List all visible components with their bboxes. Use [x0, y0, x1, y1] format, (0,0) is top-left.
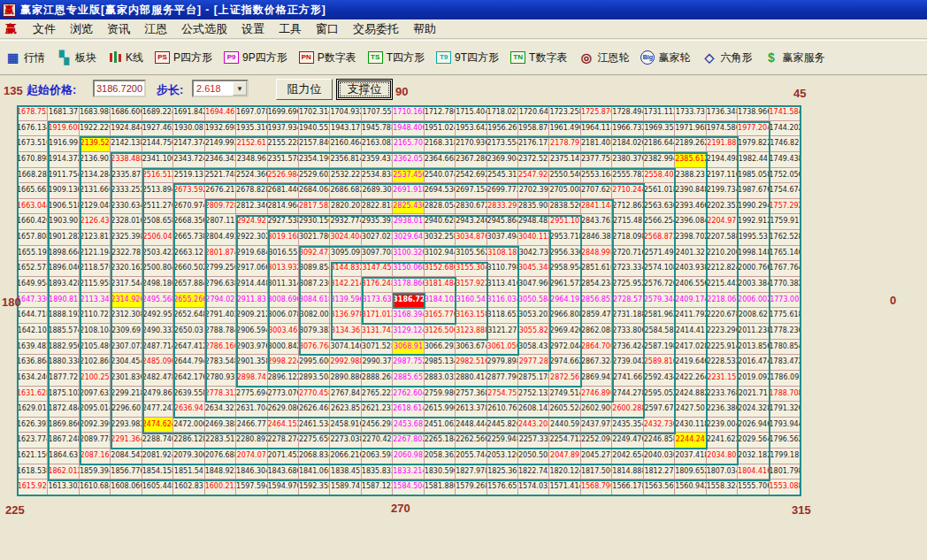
- grid-cell[interactable]: 2652.648: [173, 308, 204, 324]
- grid-cell[interactable]: 2513.894: [142, 183, 173, 199]
- grid-cell[interactable]: 2152.61: [236, 136, 267, 152]
- grid-cell[interactable]: 2521.748: [205, 168, 236, 184]
- grid-cell[interactable]: 2430.118: [675, 418, 706, 433]
- grid-cell[interactable]: 2956.336: [549, 246, 580, 262]
- menu-item-1[interactable]: 浏览: [63, 19, 100, 39]
- grid-cell[interactable]: 2906.594: [236, 324, 267, 340]
- grid-cell[interactable]: 1882.956: [48, 340, 79, 356]
- grid-cell[interactable]: 2453.68: [393, 418, 424, 433]
- grid-cell[interactable]: 1909.136: [48, 183, 79, 199]
- grid-cell[interactable]: 1961.496: [549, 121, 580, 137]
- grid-cell[interactable]: 1885.574: [48, 324, 79, 340]
- grid-cell[interactable]: 1691.842: [173, 105, 204, 121]
- grid-cell[interactable]: 2000.766: [738, 261, 769, 277]
- grid-cell[interactable]: 2087.16: [80, 449, 111, 464]
- grid-cell[interactable]: 1786.09: [770, 371, 801, 387]
- grid-cell[interactable]: 2589.816: [644, 355, 675, 371]
- grid-cell[interactable]: 2495.568: [142, 293, 173, 309]
- grid-cell[interactable]: 2464.152: [268, 418, 299, 433]
- grid-cell[interactable]: 2985.134: [425, 355, 456, 371]
- grid-cell[interactable]: 1799.18: [770, 449, 801, 464]
- grid-cell[interactable]: 2945.864: [487, 214, 518, 230]
- grid-cell[interactable]: 1791.326: [770, 402, 801, 418]
- grid-cell[interactable]: 2752.132: [518, 387, 549, 403]
- grid-cell[interactable]: 2699.772: [487, 183, 518, 199]
- grid-cell[interactable]: 3102.944: [425, 246, 456, 262]
- grid-cell[interactable]: 1765.146: [770, 246, 801, 262]
- grid-cell[interactable]: 1752.056: [770, 168, 801, 184]
- grid-cell[interactable]: 1741.584: [770, 105, 801, 121]
- grid-cell[interactable]: 3152.686: [425, 261, 456, 277]
- grid-cell[interactable]: 1911.754: [48, 168, 79, 184]
- grid-cell[interactable]: 2689.30: [362, 183, 393, 199]
- grid-cell[interactable]: 2422.264: [675, 371, 706, 387]
- grid-cell[interactable]: 2092.396: [80, 418, 111, 433]
- grid-cell[interactable]: 2273.038: [330, 433, 361, 449]
- grid-cell[interactable]: 3006.078: [268, 308, 299, 324]
- grid-cell[interactable]: 2809.728: [205, 199, 236, 215]
- grid-cell[interactable]: 1563.56: [644, 479, 675, 495]
- grid-cell[interactable]: 1951.024: [425, 121, 456, 137]
- grid-cell[interactable]: 1720.64: [518, 105, 549, 121]
- grid-cell[interactable]: 2786.166: [205, 340, 236, 356]
- grid-cell[interactable]: 1731.112: [644, 105, 675, 121]
- grid-cell[interactable]: 2396.084: [675, 214, 706, 230]
- grid-cell[interactable]: 1600.212: [205, 479, 236, 495]
- grid-cell[interactable]: 1767.764: [770, 261, 801, 277]
- grid-cell[interactable]: 2225.914: [707, 340, 738, 356]
- grid-cell[interactable]: 1746.82: [770, 136, 801, 152]
- grid-cell[interactable]: 1875.102: [48, 387, 79, 403]
- grid-cell[interactable]: 2621.232: [362, 402, 393, 418]
- grid-cell[interactable]: 2359.432: [362, 152, 393, 168]
- grid-cell[interactable]: 2673.592: [173, 183, 204, 199]
- grid-cell[interactable]: 3082.00: [299, 308, 330, 324]
- grid-cell[interactable]: 1888.192: [48, 308, 79, 324]
- grid-cell[interactable]: 1712.786: [425, 105, 456, 121]
- grid-cell[interactable]: 1906.518: [48, 199, 79, 215]
- grid-cell[interactable]: 2089.778: [80, 433, 111, 449]
- grid-cell[interactable]: 2262.566: [456, 433, 486, 449]
- grid-cell[interactable]: 1890.81: [48, 293, 79, 309]
- grid-cell[interactable]: 2228.532: [707, 355, 738, 371]
- grid-cell[interactable]: 3097.708: [362, 246, 393, 262]
- grid-cell[interactable]: 2869.942: [581, 371, 612, 387]
- grid-cell[interactable]: 2275.656: [299, 433, 330, 449]
- grid-cell[interactable]: 1898.664: [48, 246, 79, 262]
- grid-cell[interactable]: 2063.598: [362, 449, 393, 464]
- menu-item-2[interactable]: 资讯: [100, 19, 137, 39]
- grid-cell[interactable]: 2367.286: [456, 152, 486, 168]
- grid-cell[interactable]: 2987.752: [393, 355, 424, 371]
- grid-cell[interactable]: 2110.722: [80, 308, 111, 324]
- grid-cell[interactable]: 2919.684: [236, 246, 267, 262]
- grid-cell[interactable]: 2998.224: [268, 355, 299, 371]
- grid-cell[interactable]: 1652.572: [17, 261, 48, 277]
- grid-cell[interactable]: 2903.976: [236, 340, 267, 356]
- grid-cell[interactable]: 2252.094: [581, 433, 612, 449]
- grid-cell[interactable]: 3027.022: [362, 230, 393, 246]
- grid-cell[interactable]: 3076.764: [299, 340, 330, 356]
- grid-cell[interactable]: 1820.124: [549, 464, 580, 480]
- grid-cell[interactable]: 1694.46: [205, 105, 236, 121]
- grid-cell[interactable]: 2930.156: [299, 214, 330, 230]
- grid-cell[interactable]: 1822.742: [518, 464, 549, 480]
- grid-cell[interactable]: 2163.082: [362, 136, 393, 152]
- grid-cell[interactable]: 1613.302: [48, 479, 79, 495]
- grid-cell[interactable]: 1584.504: [393, 479, 424, 495]
- grid-cell[interactable]: 2401.32: [675, 246, 706, 262]
- grid-cell[interactable]: 2021.71: [738, 387, 769, 403]
- grid-cell[interactable]: 2118.576: [80, 261, 111, 277]
- grid-cell[interactable]: 2867.324: [581, 355, 612, 371]
- grid-cell[interactable]: 1555.706: [738, 479, 769, 495]
- grid-cell[interactable]: 2964.19: [549, 293, 580, 309]
- grid-cell[interactable]: 1728.494: [612, 105, 643, 121]
- grid-cell[interactable]: 2204.97: [707, 214, 738, 230]
- grid-cell[interactable]: 1964.114: [581, 121, 612, 137]
- grid-cell[interactable]: 2765.222: [362, 387, 393, 403]
- grid-cell[interactable]: 2741.66: [612, 371, 643, 387]
- grid-cell[interactable]: 3066.292: [425, 340, 456, 356]
- grid-cell[interactable]: 2830.672: [456, 199, 486, 215]
- grid-cell[interactable]: 1922.226: [80, 121, 111, 137]
- grid-cell[interactable]: 1862.012: [48, 464, 79, 480]
- grid-cell[interactable]: 1574.032: [518, 479, 549, 495]
- grid-cell[interactable]: 1663.044: [17, 199, 48, 215]
